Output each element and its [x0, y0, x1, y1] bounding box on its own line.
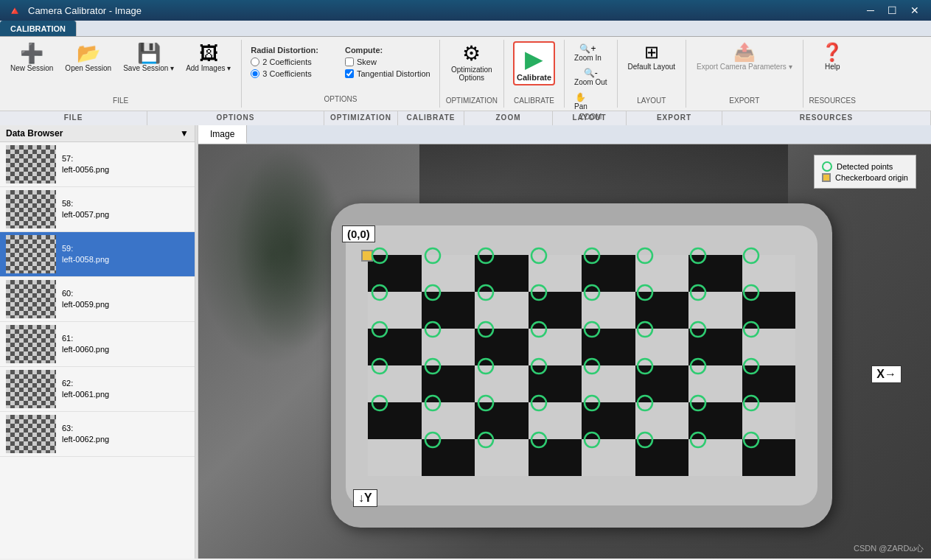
optimization-group-label: OPTIMIZATION [446, 97, 498, 106]
tab-image[interactable]: Image [198, 125, 247, 144]
optimization-section-label: OPTIMIZATION [324, 111, 398, 125]
file-group-label: FILE [113, 97, 128, 106]
thumbnail-63 [6, 415, 56, 453]
optimization-icon: ⚙ [462, 43, 481, 64]
compute-label: Compute: [345, 46, 430, 55]
optimization-items: ⚙ Optimization Options [447, 41, 497, 97]
zoom-section-label: ZOOM [464, 111, 553, 125]
export-section-label: EXPORT [627, 111, 722, 125]
add-images-button[interactable]: 🖼 Add Images ▾ [181, 41, 235, 74]
skew-checkbox[interactable] [345, 57, 354, 66]
help-icon: ❓ [821, 43, 843, 61]
titlebar-left: 🔺 Camera Calibrator - Image [7, 4, 142, 18]
radial-distortion-label: Radial Distortion: [251, 46, 318, 55]
zoom-in-icon: 🔍+ [579, 43, 596, 54]
tangential-checkbox[interactable] [345, 69, 354, 78]
calibrate-section-label: CALIBRATE [398, 111, 464, 125]
sidebar-down-icon[interactable]: ▼ [180, 128, 189, 139]
close-button[interactable]: ✕ [906, 3, 924, 18]
file-buttons: ➕ New Session 📂 Open Session 💾 Save Sess… [6, 41, 235, 97]
thumb-label-62: 62: left-0061.png [62, 378, 109, 401]
sidebar-scroll[interactable]: 57: left-0056.png 58: left-0057.png 59: … [0, 142, 195, 559]
add-images-icon: 🖼 [199, 43, 218, 63]
save-session-button[interactable]: 💾 Save Session ▾ [119, 41, 178, 74]
export-label: Export Camera Parameters ▾ [697, 63, 792, 71]
zoom-in-button[interactable]: 🔍+ Zoom In [571, 41, 605, 64]
help-button[interactable]: ❓ Help [816, 41, 848, 73]
checkerboard-origin-label: Checkerboard origin [835, 173, 908, 182]
compute-section: Compute: Skew Tangential Distortion [345, 46, 430, 78]
image-view: (0,0) X→ ↓Y Detected points Checkerboard… [198, 144, 931, 559]
file-section-label: FILE [0, 111, 147, 125]
restore-button[interactable]: ☐ [883, 3, 902, 18]
pan-icon: ✋ [575, 92, 586, 102]
resources-section-label: RESOURCES [722, 111, 931, 125]
ribbon-group-export: 📤 Export Camera Parameters ▾ EXPORT [686, 40, 803, 108]
ribbon-group-calibrate: ▶ Calibrate CALIBRATE [504, 40, 565, 108]
default-layout-label: Default Layout [628, 63, 676, 71]
list-item[interactable]: 57: left-0056.png [0, 142, 195, 187]
calibrate-group-label: CALIBRATE [514, 97, 554, 106]
new-session-button[interactable]: ➕ New Session [6, 41, 57, 74]
pan-button[interactable]: ✋ Pan [571, 90, 591, 113]
radial-distortion-section: Radial Distortion: 2 Coefficients 3 Coef… [251, 46, 318, 78]
thumbnail-59 [6, 235, 56, 273]
tangential-checkbox-group: Tangential Distortion [345, 69, 430, 78]
layout-icon: ⊞ [644, 43, 659, 61]
titlebar-controls: ─ ☐ ✕ [862, 3, 924, 18]
tab-calibration[interactable]: CALIBRATION [0, 21, 77, 36]
list-item[interactable]: 59: left-0058.png [0, 232, 195, 277]
list-item[interactable]: 63: left-0062.png [0, 412, 195, 457]
resources-group-label: RESOURCES [809, 97, 856, 106]
options-group-label: OPTIONS [251, 95, 430, 105]
coeff-3-radio[interactable] [251, 69, 259, 78]
zoom-items: 🔍+ Zoom In 🔍- Zoom Out ✋ Pan [571, 41, 610, 113]
ribbon-group-file: ➕ New Session 📂 Open Session 💾 Save Sess… [0, 40, 242, 108]
save-session-label: Save Session ▾ [123, 64, 174, 72]
skew-label: Skew [357, 57, 377, 66]
open-session-icon: 📂 [77, 43, 100, 63]
ribbon-group-resources: ❓ Help RESOURCES [803, 40, 862, 108]
coeff-2-radio[interactable] [251, 57, 259, 66]
ribbon-group-options: Radial Distortion: 2 Coefficients 3 Coef… [242, 40, 439, 108]
thumbnail-61 [6, 325, 56, 363]
legend-checkerboard-origin: Checkerboard origin [822, 173, 908, 182]
calibrate-button[interactable]: ▶ Calibrate [513, 41, 555, 85]
minimize-button[interactable]: ─ [862, 3, 879, 18]
thumbnail-57 [6, 145, 56, 183]
skew-checkbox-group: Skew [345, 57, 430, 66]
thumb-label-63: 63: left-0062.png [62, 423, 109, 446]
coeff-3-radio-group: 3 Coefficients [251, 69, 318, 78]
add-images-label: Add Images ▾ [186, 64, 231, 72]
ribbon-tabs: CALIBRATION [0, 21, 931, 37]
content-tabs: Image [198, 125, 931, 144]
app-title: Camera Calibrator - Image [28, 5, 142, 16]
sidebar-header-icons: ▼ [180, 128, 189, 139]
tangential-label: Tangential Distortion [357, 69, 430, 78]
titlebar: 🔺 Camera Calibrator - Image ─ ☐ ✕ [0, 0, 931, 21]
ribbon-group-layout: ⊞ Default Layout LAYOUT [618, 40, 687, 108]
thumbnail-62 [6, 370, 56, 408]
list-item[interactable]: 62: left-0061.png [0, 367, 195, 412]
coeff-2-label: 2 Coefficients [262, 57, 311, 66]
list-item[interactable]: 58: left-0057.png [0, 187, 195, 232]
detected-points-icon [822, 161, 832, 172]
open-session-label: Open Session [65, 64, 111, 72]
resources-items: ❓ Help [816, 41, 848, 97]
thumbnail-58 [6, 190, 56, 228]
default-layout-button[interactable]: ⊞ Default Layout [624, 41, 680, 73]
x-axis-label: X→ [871, 365, 902, 383]
zoom-out-button[interactable]: 🔍- Zoom Out [571, 66, 610, 88]
y-axis-label: ↓Y [353, 489, 377, 507]
thumb-label-57: 57: left-0056.png [62, 153, 109, 176]
checkerboard-card [331, 203, 832, 528]
optimization-options-button[interactable]: ⚙ Optimization Options [447, 41, 497, 84]
list-item[interactable]: 60: left-0059.png [0, 277, 195, 322]
origin-label: (0,0) [342, 225, 375, 242]
export-camera-button[interactable]: 📤 Export Camera Parameters ▾ [692, 41, 797, 73]
calibrate-play-icon: ▶ [525, 45, 543, 73]
list-item[interactable]: 61: left-0060.png [0, 322, 195, 367]
export-items: 📤 Export Camera Parameters ▾ [692, 41, 797, 97]
matlab-icon: 🔺 [7, 4, 22, 18]
open-session-button[interactable]: 📂 Open Session [60, 41, 116, 74]
